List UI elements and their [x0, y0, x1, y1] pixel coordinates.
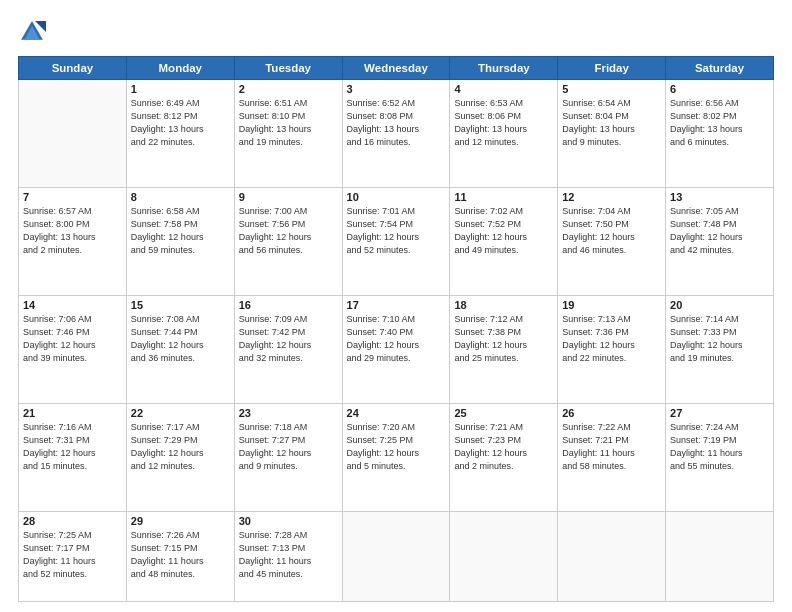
- calendar-cell: 20Sunrise: 7:14 AM Sunset: 7:33 PM Dayli…: [666, 296, 774, 404]
- page: SundayMondayTuesdayWednesdayThursdayFrid…: [0, 0, 792, 612]
- day-number: 11: [454, 191, 553, 203]
- calendar-cell: 19Sunrise: 7:13 AM Sunset: 7:36 PM Dayli…: [558, 296, 666, 404]
- cell-info: Sunrise: 7:10 AM Sunset: 7:40 PM Dayligh…: [347, 313, 446, 365]
- cell-info: Sunrise: 7:02 AM Sunset: 7:52 PM Dayligh…: [454, 205, 553, 257]
- cell-info: Sunrise: 7:14 AM Sunset: 7:33 PM Dayligh…: [670, 313, 769, 365]
- calendar-cell: 25Sunrise: 7:21 AM Sunset: 7:23 PM Dayli…: [450, 404, 558, 512]
- calendar-cell: 24Sunrise: 7:20 AM Sunset: 7:25 PM Dayli…: [342, 404, 450, 512]
- calendar-cell: 5Sunrise: 6:54 AM Sunset: 8:04 PM Daylig…: [558, 80, 666, 188]
- cell-info: Sunrise: 7:22 AM Sunset: 7:21 PM Dayligh…: [562, 421, 661, 473]
- calendar-cell: 16Sunrise: 7:09 AM Sunset: 7:42 PM Dayli…: [234, 296, 342, 404]
- day-number: 8: [131, 191, 230, 203]
- day-number: 21: [23, 407, 122, 419]
- day-number: 6: [670, 83, 769, 95]
- weekday-header-saturday: Saturday: [666, 57, 774, 80]
- calendar-cell: 6Sunrise: 6:56 AM Sunset: 8:02 PM Daylig…: [666, 80, 774, 188]
- logo-icon: [18, 18, 46, 46]
- day-number: 5: [562, 83, 661, 95]
- day-number: 17: [347, 299, 446, 311]
- calendar-cell: 12Sunrise: 7:04 AM Sunset: 7:50 PM Dayli…: [558, 188, 666, 296]
- week-row-3: 14Sunrise: 7:06 AM Sunset: 7:46 PM Dayli…: [19, 296, 774, 404]
- weekday-header-wednesday: Wednesday: [342, 57, 450, 80]
- cell-info: Sunrise: 7:09 AM Sunset: 7:42 PM Dayligh…: [239, 313, 338, 365]
- weekday-header-sunday: Sunday: [19, 57, 127, 80]
- day-number: 10: [347, 191, 446, 203]
- calendar-cell: 13Sunrise: 7:05 AM Sunset: 7:48 PM Dayli…: [666, 188, 774, 296]
- calendar-cell: [342, 512, 450, 602]
- calendar-cell: 18Sunrise: 7:12 AM Sunset: 7:38 PM Dayli…: [450, 296, 558, 404]
- cell-info: Sunrise: 7:06 AM Sunset: 7:46 PM Dayligh…: [23, 313, 122, 365]
- calendar-cell: 30Sunrise: 7:28 AM Sunset: 7:13 PM Dayli…: [234, 512, 342, 602]
- cell-info: Sunrise: 7:04 AM Sunset: 7:50 PM Dayligh…: [562, 205, 661, 257]
- day-number: 12: [562, 191, 661, 203]
- day-number: 23: [239, 407, 338, 419]
- cell-info: Sunrise: 7:17 AM Sunset: 7:29 PM Dayligh…: [131, 421, 230, 473]
- calendar-cell: 8Sunrise: 6:58 AM Sunset: 7:58 PM Daylig…: [126, 188, 234, 296]
- calendar-cell: 11Sunrise: 7:02 AM Sunset: 7:52 PM Dayli…: [450, 188, 558, 296]
- day-number: 13: [670, 191, 769, 203]
- calendar-cell: 4Sunrise: 6:53 AM Sunset: 8:06 PM Daylig…: [450, 80, 558, 188]
- cell-info: Sunrise: 7:01 AM Sunset: 7:54 PM Dayligh…: [347, 205, 446, 257]
- calendar-cell: [19, 80, 127, 188]
- day-number: 14: [23, 299, 122, 311]
- day-number: 15: [131, 299, 230, 311]
- weekday-header-tuesday: Tuesday: [234, 57, 342, 80]
- day-number: 19: [562, 299, 661, 311]
- calendar-cell: 14Sunrise: 7:06 AM Sunset: 7:46 PM Dayli…: [19, 296, 127, 404]
- calendar-cell: [558, 512, 666, 602]
- calendar-cell: 26Sunrise: 7:22 AM Sunset: 7:21 PM Dayli…: [558, 404, 666, 512]
- cell-info: Sunrise: 7:05 AM Sunset: 7:48 PM Dayligh…: [670, 205, 769, 257]
- weekday-header-friday: Friday: [558, 57, 666, 80]
- cell-info: Sunrise: 7:20 AM Sunset: 7:25 PM Dayligh…: [347, 421, 446, 473]
- week-row-4: 21Sunrise: 7:16 AM Sunset: 7:31 PM Dayli…: [19, 404, 774, 512]
- calendar-cell: 1Sunrise: 6:49 AM Sunset: 8:12 PM Daylig…: [126, 80, 234, 188]
- cell-info: Sunrise: 7:18 AM Sunset: 7:27 PM Dayligh…: [239, 421, 338, 473]
- cell-info: Sunrise: 7:08 AM Sunset: 7:44 PM Dayligh…: [131, 313, 230, 365]
- cell-info: Sunrise: 7:00 AM Sunset: 7:56 PM Dayligh…: [239, 205, 338, 257]
- day-number: 30: [239, 515, 338, 527]
- cell-info: Sunrise: 6:52 AM Sunset: 8:08 PM Dayligh…: [347, 97, 446, 149]
- cell-info: Sunrise: 7:12 AM Sunset: 7:38 PM Dayligh…: [454, 313, 553, 365]
- calendar-cell: 28Sunrise: 7:25 AM Sunset: 7:17 PM Dayli…: [19, 512, 127, 602]
- day-number: 22: [131, 407, 230, 419]
- header: [18, 18, 774, 46]
- day-number: 24: [347, 407, 446, 419]
- week-row-1: 1Sunrise: 6:49 AM Sunset: 8:12 PM Daylig…: [19, 80, 774, 188]
- day-number: 7: [23, 191, 122, 203]
- calendar: SundayMondayTuesdayWednesdayThursdayFrid…: [18, 56, 774, 602]
- calendar-cell: 27Sunrise: 7:24 AM Sunset: 7:19 PM Dayli…: [666, 404, 774, 512]
- cell-info: Sunrise: 7:25 AM Sunset: 7:17 PM Dayligh…: [23, 529, 122, 581]
- cell-info: Sunrise: 7:21 AM Sunset: 7:23 PM Dayligh…: [454, 421, 553, 473]
- calendar-cell: 15Sunrise: 7:08 AM Sunset: 7:44 PM Dayli…: [126, 296, 234, 404]
- day-number: 26: [562, 407, 661, 419]
- calendar-cell: [450, 512, 558, 602]
- logo: [18, 18, 52, 46]
- cell-info: Sunrise: 7:13 AM Sunset: 7:36 PM Dayligh…: [562, 313, 661, 365]
- cell-info: Sunrise: 6:49 AM Sunset: 8:12 PM Dayligh…: [131, 97, 230, 149]
- cell-info: Sunrise: 6:54 AM Sunset: 8:04 PM Dayligh…: [562, 97, 661, 149]
- day-number: 28: [23, 515, 122, 527]
- calendar-cell: 7Sunrise: 6:57 AM Sunset: 8:00 PM Daylig…: [19, 188, 127, 296]
- cell-info: Sunrise: 6:57 AM Sunset: 8:00 PM Dayligh…: [23, 205, 122, 257]
- calendar-cell: 10Sunrise: 7:01 AM Sunset: 7:54 PM Dayli…: [342, 188, 450, 296]
- day-number: 9: [239, 191, 338, 203]
- day-number: 27: [670, 407, 769, 419]
- day-number: 2: [239, 83, 338, 95]
- weekday-header-row: SundayMondayTuesdayWednesdayThursdayFrid…: [19, 57, 774, 80]
- weekday-header-monday: Monday: [126, 57, 234, 80]
- calendar-cell: 17Sunrise: 7:10 AM Sunset: 7:40 PM Dayli…: [342, 296, 450, 404]
- day-number: 20: [670, 299, 769, 311]
- calendar-cell: 21Sunrise: 7:16 AM Sunset: 7:31 PM Dayli…: [19, 404, 127, 512]
- weekday-header-thursday: Thursday: [450, 57, 558, 80]
- day-number: 4: [454, 83, 553, 95]
- day-number: 18: [454, 299, 553, 311]
- calendar-cell: 29Sunrise: 7:26 AM Sunset: 7:15 PM Dayli…: [126, 512, 234, 602]
- day-number: 16: [239, 299, 338, 311]
- cell-info: Sunrise: 6:58 AM Sunset: 7:58 PM Dayligh…: [131, 205, 230, 257]
- cell-info: Sunrise: 7:24 AM Sunset: 7:19 PM Dayligh…: [670, 421, 769, 473]
- day-number: 29: [131, 515, 230, 527]
- cell-info: Sunrise: 7:26 AM Sunset: 7:15 PM Dayligh…: [131, 529, 230, 581]
- calendar-cell: 23Sunrise: 7:18 AM Sunset: 7:27 PM Dayli…: [234, 404, 342, 512]
- day-number: 25: [454, 407, 553, 419]
- calendar-cell: 2Sunrise: 6:51 AM Sunset: 8:10 PM Daylig…: [234, 80, 342, 188]
